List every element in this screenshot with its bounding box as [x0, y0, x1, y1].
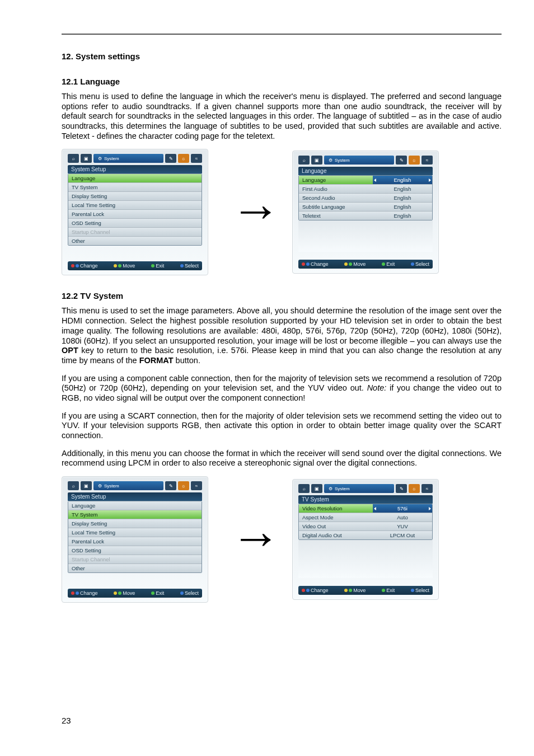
system-tab[interactable]: ⚙ System	[324, 484, 394, 493]
option-value[interactable]: English	[373, 185, 432, 193]
option-key: Aspect Mode	[299, 513, 373, 522]
menu-item-startup-channel: Startup Channel	[68, 228, 202, 237]
arrow-right-icon: →	[231, 527, 270, 552]
menu-item-language[interactable]: Language	[68, 174, 202, 183]
option-value[interactable]: English	[373, 176, 432, 184]
hint-change: Change	[80, 263, 98, 269]
option-row-digital-audio-out[interactable]: Digital Audio Out LPCM Out	[299, 531, 432, 539]
tool-icon: ✎	[396, 484, 407, 493]
paragraph-tv-4: Additionally, in this menu you can choos…	[62, 449, 502, 468]
system-tab[interactable]: ⚙ System	[93, 154, 163, 163]
heading-12-2: 12.2 TV System	[62, 291, 502, 300]
option-row-language[interactable]: Language English	[299, 176, 432, 185]
gear-icon: ⚙	[329, 158, 332, 163]
menu-item-display-setting[interactable]: Display Setting	[68, 519, 202, 528]
option-value[interactable]: English	[373, 203, 432, 211]
search-icon: ⌕	[298, 484, 310, 493]
screenshot-tv-system-options: ⌕ ▣ ⚙ System ✎ ☼ ≈ TV System Video Resol…	[292, 479, 439, 600]
hint-exit: Exit	[386, 261, 395, 267]
hint-bar: Change Move Exit Select	[68, 261, 202, 270]
menu-item-other[interactable]: Other	[68, 564, 202, 572]
hint-change: Change	[80, 590, 98, 596]
system-setup-list: Language TV System Display Setting Local…	[68, 501, 202, 573]
menu-item-osd-setting[interactable]: OSD Setting	[68, 219, 202, 228]
option-key: Subtitle Language	[299, 203, 373, 211]
system-tab[interactable]: ⚙ System	[324, 156, 394, 165]
header-rule	[62, 34, 502, 35]
hint-exit: Exit	[386, 588, 395, 593]
menu-item-osd-setting[interactable]: OSD Setting	[68, 546, 202, 555]
option-key: Teletext	[299, 212, 373, 220]
option-row-aspect-mode[interactable]: Aspect Mode Auto	[299, 513, 432, 522]
tv-icon: ▣	[81, 481, 92, 490]
hint-select: Select	[185, 263, 199, 269]
heading-12-1: 12.1 Language	[62, 77, 502, 86]
hint-move: Move	[123, 263, 135, 269]
option-value[interactable]: Auto	[373, 513, 432, 522]
paragraph-tv-3: If you are using a SCART connection, the…	[62, 411, 502, 441]
option-key: Digital Audio Out	[299, 531, 373, 539]
option-row-video-resolution[interactable]: Video Resolution 576i	[299, 504, 432, 513]
tv-icon: ▣	[311, 156, 322, 165]
system-tab[interactable]: ⚙ System	[93, 481, 163, 490]
gear-icon: ⚙	[98, 483, 102, 489]
option-value[interactable]: English	[373, 212, 432, 220]
option-row-subtitle-language[interactable]: Subtitle Language English	[299, 203, 432, 212]
option-row-teletext[interactable]: Teletext English	[299, 212, 432, 220]
hint-exit: Exit	[156, 263, 164, 269]
hint-move: Move	[123, 590, 135, 596]
sun-icon: ☼	[409, 156, 420, 165]
option-value[interactable]: LPCM Out	[373, 531, 432, 539]
panel-title-tv-system: TV System	[298, 495, 433, 504]
figure-row-tv-system: ⌕ ▣ ⚙ System ✎ ☼ ≈ System Setup Language…	[62, 476, 502, 603]
top-icon-bar: ⌕ ▣ ⚙ System ✎ ☼ ≈	[298, 484, 433, 493]
option-row-second-audio[interactable]: Second Audio English	[299, 194, 432, 203]
hint-select: Select	[415, 588, 429, 593]
screenshot-system-setup-language: ⌕ ▣ ⚙ System ✎ ☼ ≈ System Setup Language…	[62, 149, 208, 275]
option-value[interactable]: YUV	[373, 522, 432, 530]
wave-icon: ≈	[191, 481, 202, 490]
hint-change: Change	[311, 588, 329, 593]
option-row-video-out[interactable]: Video Out YUV	[299, 522, 432, 531]
top-icon-bar: ⌕ ▣ ⚙ System ✎ ☼ ≈	[298, 156, 433, 165]
system-tab-label: System	[104, 483, 119, 489]
option-value[interactable]: English	[373, 194, 432, 202]
menu-item-other[interactable]: Other	[68, 237, 202, 245]
menu-item-tv-system[interactable]: TV System	[68, 510, 202, 519]
menu-item-tv-system[interactable]: TV System	[68, 183, 202, 192]
hint-bar: Change Move Exit Select	[298, 260, 433, 269]
top-icon-bar: ⌕ ▣ ⚙ System ✎ ☼ ≈	[68, 481, 202, 490]
option-row-first-audio[interactable]: First Audio English	[299, 185, 432, 194]
menu-item-parental-lock[interactable]: Parental Lock	[68, 537, 202, 546]
page-number: 23	[62, 716, 71, 725]
tv-icon: ▣	[311, 484, 322, 493]
hint-select: Select	[185, 590, 199, 596]
option-key: Language	[299, 176, 373, 184]
sun-icon: ☼	[178, 154, 189, 163]
gear-icon: ⚙	[98, 156, 102, 161]
option-value[interactable]: 576i	[373, 504, 432, 513]
arrow-right-icon: →	[231, 200, 270, 224]
system-tab-label: System	[335, 486, 350, 491]
menu-item-startup-channel: Startup Channel	[68, 555, 202, 564]
hint-bar: Change Move Exit Select	[68, 589, 202, 598]
search-icon: ⌕	[68, 481, 79, 490]
system-tab-label: System	[335, 158, 350, 163]
tv-icon: ▣	[81, 154, 92, 163]
menu-item-parental-lock[interactable]: Parental Lock	[68, 210, 202, 219]
sun-icon: ☼	[409, 484, 420, 493]
menu-item-local-time-setting[interactable]: Local Time Setting	[68, 528, 202, 537]
tool-icon: ✎	[165, 481, 176, 490]
paragraph-language: This menu is used to define the language…	[62, 92, 502, 141]
menu-item-display-setting[interactable]: Display Setting	[68, 192, 202, 201]
menu-item-language[interactable]: Language	[68, 501, 202, 510]
paragraph-tv-1: This menu is used to set the image param…	[62, 306, 502, 365]
menu-item-local-time-setting[interactable]: Local Time Setting	[68, 201, 202, 210]
heading-12: 12. System settings	[62, 51, 502, 61]
sun-icon: ☼	[178, 481, 189, 490]
gear-icon: ⚙	[329, 486, 332, 491]
option-key: Second Audio	[299, 194, 373, 202]
option-key: Video Resolution	[299, 504, 373, 513]
screenshot-system-setup-tvsystem: ⌕ ▣ ⚙ System ✎ ☼ ≈ System Setup Language…	[62, 476, 208, 603]
tv-system-options-list: Video Resolution 576i Aspect Mode Auto V…	[298, 504, 433, 540]
